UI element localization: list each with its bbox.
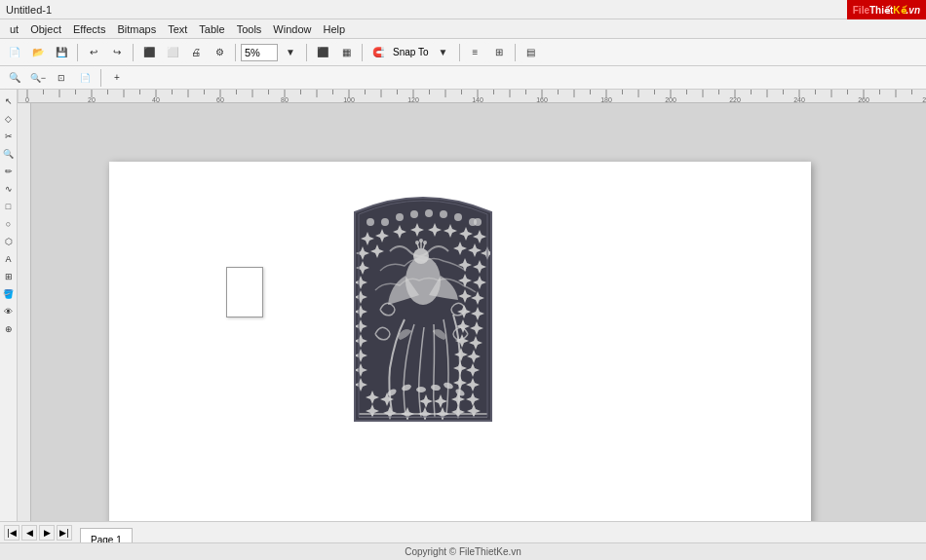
- status-bar: |◀ ◀ ▶ ▶| Page 1: [0, 521, 926, 542]
- svg-text:100: 100: [343, 96, 355, 103]
- svg-point-74: [367, 218, 374, 226]
- svg-text:80: 80: [281, 96, 289, 103]
- separator-4: [306, 44, 307, 61]
- left-toolbar: ↖ ◇ ✂ 🔍 ✏ ∿ □ ○ ⬡ A ⊞ 🪣 👁 ⊕: [0, 90, 18, 523]
- svg-point-78: [425, 209, 433, 217]
- canvas-area[interactable]: [31, 103, 926, 523]
- select-tool[interactable]: ↖: [1, 93, 17, 109]
- logo-file: File: [853, 5, 869, 16]
- svg-point-76: [396, 213, 404, 221]
- copyright-text: Copyright © FileThietKe.vn: [405, 546, 521, 557]
- align-btn[interactable]: ≡: [465, 42, 486, 63]
- menu-item-window[interactable]: Window: [267, 23, 317, 35]
- separator-1: [77, 44, 78, 61]
- page-navigation: |◀ ◀ ▶ ▶|: [0, 525, 76, 541]
- svg-text:120: 120: [407, 96, 419, 103]
- ellipse-tool[interactable]: ○: [1, 216, 17, 232]
- svg-text:200: 200: [665, 96, 676, 103]
- svg-text:160: 160: [536, 96, 548, 103]
- menu-item-bitmaps[interactable]: Bitmaps: [111, 23, 162, 35]
- copyright-bar: Copyright © FileThietKe.vn: [0, 542, 926, 560]
- separator-2: [133, 44, 134, 61]
- freehand-tool[interactable]: ✏: [1, 164, 17, 179]
- svg-point-77: [410, 210, 418, 218]
- ruler-vertical: [18, 103, 31, 523]
- logo-thiet: Thiết: [869, 5, 893, 16]
- export-button[interactable]: ⬜: [162, 42, 183, 63]
- separator-5: [362, 44, 363, 61]
- shape-tool[interactable]: ◇: [1, 111, 17, 127]
- menu-item-tools[interactable]: Tools: [231, 23, 268, 35]
- rect-tool[interactable]: □: [1, 199, 17, 214]
- peacock-design-svg: [351, 183, 495, 425]
- zoom-tool[interactable]: 🔍: [1, 146, 17, 162]
- first-page-btn[interactable]: |◀: [4, 525, 19, 541]
- title-bar: Untitled-1 File Thiết Kế .vn: [0, 0, 926, 19]
- crop-tool[interactable]: ✂: [1, 129, 17, 144]
- svg-text:0: 0: [25, 96, 29, 103]
- redo-button[interactable]: ↪: [106, 42, 128, 63]
- svg-text:280: 280: [922, 96, 926, 103]
- svg-point-144: [415, 241, 419, 244]
- snap-toolbar: 🔍 🔍− ⊡ 📄 +: [0, 66, 926, 90]
- snap-label: Snap To: [391, 47, 431, 57]
- svg-text:180: 180: [600, 96, 612, 103]
- zoom-page-btn[interactable]: 📄: [74, 67, 96, 89]
- distribute-btn[interactable]: ⊞: [488, 42, 510, 63]
- svg-text:20: 20: [88, 96, 96, 103]
- undo-button[interactable]: ↩: [83, 42, 104, 63]
- smart-tool[interactable]: ∿: [1, 181, 17, 197]
- plus-btn[interactable]: +: [106, 67, 128, 89]
- snap-magnet[interactable]: 🧲: [367, 42, 389, 63]
- svg-rect-150: [359, 413, 487, 415]
- view-btn-2[interactable]: ▦: [335, 42, 357, 63]
- app-title: Untitled-1: [6, 4, 52, 16]
- prev-page-btn[interactable]: ◀: [21, 525, 37, 541]
- eye-tool[interactable]: 👁: [1, 304, 17, 319]
- zoom-in-btn[interactable]: 🔍: [4, 67, 25, 89]
- selected-object-rect[interactable]: [226, 267, 263, 317]
- zoom-dropdown-btn[interactable]: ▼: [280, 42, 301, 63]
- logo: File Thiết Kế .vn: [847, 0, 926, 19]
- menu-item-help[interactable]: Help: [317, 23, 351, 35]
- interactive-tool[interactable]: ⊕: [1, 321, 17, 337]
- import-button[interactable]: ⬛: [138, 42, 160, 63]
- snap-dropdown[interactable]: ▼: [433, 42, 454, 63]
- zoom-input[interactable]: 5%: [241, 44, 278, 61]
- new-button[interactable]: 📄: [4, 42, 25, 63]
- svg-point-146: [419, 239, 423, 243]
- next-page-btn[interactable]: ▶: [39, 525, 55, 541]
- svg-text:140: 140: [472, 96, 483, 103]
- view-btn-1[interactable]: ⬛: [312, 42, 333, 63]
- sep-snap-1: [100, 69, 101, 87]
- menu-item-object[interactable]: Object: [24, 23, 67, 35]
- ruler-horizontal: 020406080100120140160180200220240260280: [18, 90, 926, 103]
- save-button[interactable]: 💾: [51, 42, 72, 63]
- polygon-tool[interactable]: ⬡: [1, 234, 17, 249]
- options-btn2[interactable]: ▤: [521, 42, 542, 63]
- publish-button[interactable]: 🖨: [185, 42, 207, 63]
- svg-point-148: [423, 241, 427, 244]
- svg-point-79: [440, 210, 447, 218]
- svg-point-82: [474, 218, 482, 226]
- last-page-btn[interactable]: ▶|: [57, 525, 72, 541]
- table-tool[interactable]: ⊞: [1, 269, 17, 284]
- svg-text:240: 240: [793, 96, 805, 103]
- text-tool[interactable]: A: [1, 251, 17, 267]
- menu-item-ut[interactable]: ut: [4, 23, 24, 35]
- svg-text:60: 60: [216, 96, 224, 103]
- zoom-fit-btn[interactable]: ⊡: [51, 67, 72, 89]
- menu-item-table[interactable]: Table: [193, 23, 230, 35]
- options-button[interactable]: ⚙: [209, 42, 230, 63]
- logo-vn: .vn: [907, 5, 920, 16]
- zoom-out-btn[interactable]: 🔍−: [27, 67, 49, 89]
- paint-tool[interactable]: 🪣: [1, 286, 17, 302]
- menu-bar: ut Object Effects Bitmaps Text Table Too…: [0, 19, 926, 39]
- menu-item-effects[interactable]: Effects: [67, 23, 111, 35]
- svg-point-75: [381, 218, 389, 226]
- open-button[interactable]: 📂: [27, 42, 49, 63]
- design-artwork: [351, 183, 495, 427]
- menu-item-text[interactable]: Text: [162, 23, 193, 35]
- logo-ke: Kế: [893, 5, 906, 16]
- svg-point-138: [416, 387, 426, 392]
